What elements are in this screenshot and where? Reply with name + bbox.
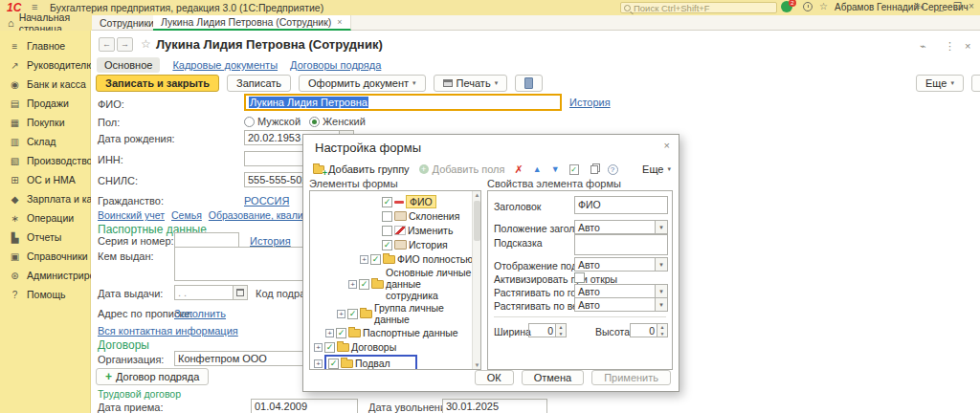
checkbox[interactable]: ✓ [370,254,381,265]
save-close-button[interactable]: Записать и закрыть [96,75,219,92]
stretch-vertical-select[interactable]: Авто▾ [574,297,668,312]
sidebar-item-purchases[interactable]: ▦Покупки [0,113,90,132]
service-menu-icon[interactable]: ≡▾ [915,1,924,11]
checkbox[interactable]: ✓ [382,197,392,207]
search-input[interactable]: Поиск Ctrl+Shift+F [620,2,777,13]
family-link[interactable]: Семья [171,209,202,221]
tree-item-personal-group[interactable]: +✓Группа личные данные [310,301,480,325]
checkbox[interactable]: ✓ [328,359,339,369]
sidebar-item-warehouse[interactable]: ▥Склад [0,132,90,151]
tree-item-istoria[interactable]: ✓История [310,237,480,251]
get-link-icon[interactable]: ⌁ [920,40,926,53]
fio-input[interactable]: Лукина Лидия Петровна [244,94,562,111]
ok-button[interactable]: ОК [475,370,514,385]
favorites-icon[interactable]: ☆ [819,1,828,11]
height-stepper[interactable]: 0▲▼ [630,323,668,337]
tree-item-sklonenia[interactable]: Склонения [310,208,480,223]
sidebar-item-operations[interactable]: ∗Операции [0,208,90,228]
width-stepper[interactable]: 0▲▼ [528,323,567,337]
copy-icon[interactable] [590,165,598,174]
stretch-horizontal-select[interactable]: Авто▾ [574,284,668,298]
scroll-down-icon[interactable]: ▼ [473,362,481,368]
scroll-up-icon[interactable]: ▲ [473,192,481,198]
move-down-icon[interactable]: ▼ [551,164,560,174]
military-record-link[interactable]: Воинский учет [98,209,165,221]
dialog-help-icon[interactable]: ? [608,164,618,175]
step-down-icon[interactable]: ▼ [657,331,667,337]
form-help-button[interactable]: ? [971,75,980,92]
tree-item-izmenit[interactable]: Изменить [310,223,480,237]
more-button[interactable]: Еще▾ [916,75,964,92]
expander[interactable]: + [337,310,345,318]
tree-item-podval[interactable]: +✓Подвал [310,354,480,370]
tree-scrollbar[interactable]: ▲▼ [472,191,480,369]
nav-hr-documents[interactable]: Кадровые документы [172,59,278,71]
chevron-down-icon[interactable]: ▾ [655,298,667,311]
back-button[interactable]: ← [99,37,115,52]
history-icon[interactable] [803,2,813,11]
sidebar-item-administration[interactable]: ⊛Администрирование [0,266,90,285]
chevron-down-icon[interactable]: ▾ [655,221,667,233]
checkbox[interactable] [382,211,392,222]
minimize-button[interactable]: _ [938,1,944,11]
address-fill-link[interactable]: Заполнить [174,308,226,319]
more-dots-icon[interactable]: ⋮ [945,40,955,53]
tree-item-passport-data[interactable]: +✓Паспортные данные [310,325,480,339]
chevron-down-icon[interactable]: ▾ [655,258,667,271]
add-fields-button[interactable]: +Добавить поля [419,163,505,175]
tab-employee-card[interactable]: Лукина Лидия Петровна (Сотрудник) × [153,15,351,31]
tab-home[interactable]: ⌂ Начальная страница [0,15,92,31]
add-group-button[interactable]: Добавить группу [313,163,410,175]
dialog-more-button[interactable]: Еще▾ [642,163,671,175]
cancel-button[interactable]: Отмена [522,370,584,385]
tree-item-fio-full[interactable]: +✓ФИО полностью [310,251,480,266]
scroll-thumb[interactable] [474,201,480,241]
sidebar-item-fixed-assets[interactable]: ⊞ОС и НМА [0,170,90,189]
sidebar-item-salary-hr[interactable]: ◆Зарплата и кадры [0,189,90,208]
print-button[interactable]: Печать▾ [434,75,508,92]
checkbox[interactable]: ✓ [382,240,392,250]
hire-date-input[interactable]: 01.04.2009 [251,399,358,413]
move-up-icon[interactable]: ▲ [533,164,542,174]
restore-button[interactable]: ❐ [953,1,962,11]
sidebar-item-manager[interactable]: ↗Руководителю [0,55,90,75]
activate-on-open-checkbox[interactable] [574,272,585,283]
nav-contract-agreements[interactable]: Договоры подряда [290,59,381,71]
issue-date-input[interactable]: . . [174,285,234,300]
checkbox[interactable]: ✓ [324,342,335,353]
hint-textarea[interactable] [574,234,668,255]
series-input[interactable] [174,232,239,248]
expander[interactable]: + [314,343,323,352]
checkbox[interactable] [382,226,392,236]
fio-history-link[interactable]: История [569,97,611,108]
sidebar-item-production[interactable]: ▧Производство [0,151,90,170]
sidebar-item-reports[interactable]: ▙Отчеты [0,228,90,247]
expander[interactable]: + [348,280,357,289]
caption-position-select[interactable]: Авто▾ [574,220,668,234]
expander[interactable]: + [325,329,334,337]
sidebar-item-directories[interactable]: ▣Справочники [0,247,90,266]
checkbox[interactable]: ✓ [336,328,346,338]
add-contract-button[interactable]: +Договор подряда [96,368,209,385]
expander[interactable]: + [314,359,323,368]
tree-item-main-personal-data[interactable]: +✓Основные личные данные сотрудника [310,266,480,301]
dialog-close-icon[interactable]: × [664,140,670,151]
close-window-button[interactable]: × [969,1,974,11]
caption-input[interactable]: ФИО [574,196,668,214]
hint-display-select[interactable]: Авто▾ [574,257,668,272]
termination-date-input[interactable]: 30.01.2025 [442,399,547,413]
create-document-button[interactable]: Оформить документ▾ [299,75,426,92]
gender-female-radio[interactable]: Женский [309,116,366,127]
sidebar-item-main[interactable]: ≡Главное [0,36,90,55]
sidebar-item-help[interactable]: ?Помощь [0,285,90,304]
step-down-icon[interactable]: ▼ [556,331,566,337]
nav-main[interactable]: Основное [97,57,160,73]
current-user[interactable]: Абрамов Геннадий Сергеевич [835,2,969,12]
sidebar-item-sales[interactable]: ▤Продажи [0,94,90,113]
save-button[interactable]: Записать [227,75,291,92]
favorite-star-icon[interactable]: ☆ [141,37,151,51]
close-form-icon[interactable]: × [965,40,970,52]
check-all-icon[interactable]: ✓ [569,164,579,175]
apply-button[interactable]: Применить [591,370,671,385]
forward-button[interactable]: → [117,37,133,52]
